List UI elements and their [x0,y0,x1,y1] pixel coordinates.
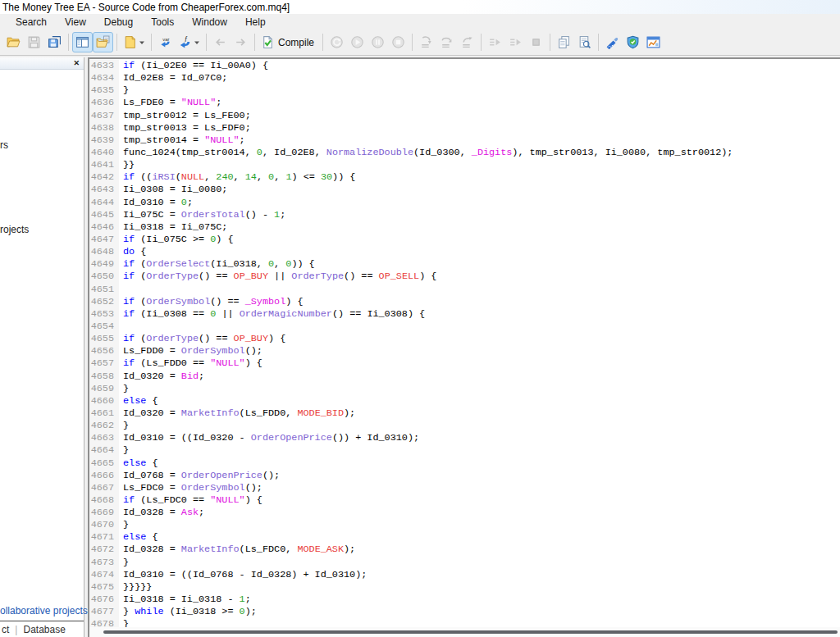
code-line[interactable]: 4663Id_0310 = ((Id_0320 - OrderOpenPrice… [89,432,840,444]
close-icon[interactable]: ✕ [73,58,80,68]
open-terminal-button[interactable] [643,32,664,52]
line-number: 4665 [89,457,119,470]
code-line[interactable]: 4670} [89,519,840,531]
tab-project[interactable]: ct [0,624,11,635]
code-line[interactable]: 4644Id_0310 = 0; [89,197,840,209]
step-into-button[interactable] [416,32,436,52]
code-line[interactable]: 4673} [89,557,840,569]
code-line[interactable]: 4668if (Ls_FDC0 == "NULL") { [89,494,840,507]
code-line[interactable]: 4655if (OrderType() == OP_BUY) { [89,333,840,345]
collaborative-projects-link[interactable]: ollaborative projects [0,605,88,617]
code-line[interactable]: 4662} [89,420,840,432]
code-line[interactable]: 4652if (OrderSymbol() == _Symbol) { [89,296,840,308]
save-all-button[interactable] [44,32,65,52]
code-line[interactable]: 4658Id_0320 = Bid; [89,371,840,383]
toggle-navigator-button[interactable] [72,32,93,52]
print-preview-button[interactable] [574,32,595,52]
run-to-cursor-button[interactable] [485,32,505,52]
horizontal-scrollbar-thumb[interactable] [103,630,838,634]
navigator-item-partial[interactable]: rs [0,139,8,151]
code-editor[interactable]: 4633if (Ii_02E0 == Ii_00A0) {4634Id_02E8… [88,57,840,637]
code-line[interactable]: 4674Id_0310 = ((Id_0768 - Id_0328) + Id_… [89,569,840,581]
code-line[interactable]: 4664} [89,444,840,457]
line-number: 4666 [89,470,119,482]
code-line[interactable]: 4638tmp_str0013 = Ls_FDF0; [89,122,840,134]
code-line[interactable]: 4675}}}}} [89,581,840,594]
code-line[interactable]: 4643Ii_0308 = Ii_0080; [89,184,840,196]
save-button[interactable] [24,32,44,52]
menu-item-window[interactable]: Window [183,16,236,29]
code-line[interactable]: 4642if ((iRSI(NULL, 240, 14, 0, 1) <= 30… [89,171,840,184]
compile-button[interactable]: Compile [258,32,319,52]
code-line[interactable]: 4647if (Ii_075C >= 0) { [89,234,840,246]
code-line[interactable]: 4637tmp_str0012 = Ls_FE00; [89,110,840,122]
code-line[interactable]: 4660else { [89,395,840,407]
continue-execution-button[interactable] [505,32,526,52]
code-line[interactable]: 4653if (Ii_0308 == 0 || OrderMagicNumber… [89,308,840,321]
new-file-button[interactable] [121,32,148,52]
line-number: 4667 [89,482,119,494]
code-line[interactable]: 4665else { [89,457,840,470]
debug-start-button[interactable] [347,32,368,52]
code-line[interactable]: 4648do { [89,246,840,258]
code-text: Id_0310 = ((Id_0768 - Id_0328) + Id_0310… [119,569,367,581]
code-text: if (OrderSymbol() == _Symbol) { [119,296,304,308]
debug-pause-button[interactable] [368,32,388,52]
debug-stop-button[interactable] [388,32,409,52]
menu-item-search[interactable]: Search [7,16,56,29]
code-line[interactable]: 4669Id_0328 = Ask; [89,507,840,519]
code-line[interactable]: 4641}} [89,159,840,171]
code-line[interactable]: 4649if (OrderSelect(Ii_0318, 0, 0)) { [89,258,840,271]
code-line[interactable]: 4646Ii_0318 = Ii_075C; [89,221,840,234]
code-text: }} [119,159,135,171]
styler-button[interactable] [602,32,623,52]
code-line[interactable]: 4640func_1024(tmp_str0014, 0, Id_02E8, N… [89,147,840,159]
toggle-var-bookmark-button[interactable]: var [155,32,176,52]
code-line[interactable]: 4645Ii_075C = OrdersTotal() - 1; [89,209,840,221]
code-line[interactable]: 4657if (Ls_FDD0 == "NULL") { [89,357,840,370]
menu-item-help[interactable]: Help [236,16,275,29]
code-line[interactable]: 4656Ls_FDD0 = OrderSymbol(); [89,345,840,357]
code-line[interactable]: 4635} [89,84,840,97]
menu-item-debug[interactable]: Debug [95,16,142,29]
new-note-icon [123,35,137,49]
open-file-button[interactable] [3,32,24,52]
code-line[interactable]: 4667Ls_FDC0 = OrderSymbol(); [89,482,840,494]
copy-button[interactable] [554,32,574,52]
horizontal-scrollbar[interactable] [89,627,840,637]
code-line[interactable]: 4651 [89,284,840,296]
line-number: 4654 [89,321,119,333]
menu-item-tools[interactable]: Tools [142,16,183,29]
tab-database[interactable]: Database [21,624,66,635]
navigate-back-button[interactable] [210,32,231,52]
code-line[interactable]: 4639tmp_str0014 = "NULL"; [89,134,840,147]
code-text: Ii_075C = OrdersTotal() - 1; [119,209,285,221]
toggle-breakpoint-button[interactable] [526,32,546,52]
code-line[interactable]: 4659} [89,383,840,395]
code-text: if (Ii_02E0 == Ii_00A0) { [119,60,268,72]
preview-icon [578,35,591,49]
code-line[interactable]: 4650if (OrderType() == OP_BUY || OrderTy… [89,271,840,283]
toggle-function-bookmark-button[interactable]: f [176,32,203,52]
code-line[interactable]: 4671else { [89,531,840,544]
debug-history-button[interactable] [326,32,347,52]
debug-pause-icon [371,35,385,49]
code-line[interactable]: 4672Id_0328 = MarketInfo(Ls_FDC0, MODE_A… [89,544,840,556]
panel-layout-icon [75,35,89,49]
toggle-folder-view-button[interactable] [93,32,113,52]
code-line[interactable]: 4677} while (Ii_0318 >= 0); [89,606,840,618]
navigator-item-projects[interactable]: rojects [0,224,29,235]
code-line[interactable]: 4654 [89,321,840,333]
code-line[interactable]: 4633if (Ii_02E0 == Ii_00A0) { [89,60,840,72]
code-line[interactable]: 4636Ls_FDE0 = "NULL"; [89,97,840,109]
step-over-button[interactable] [436,32,457,52]
step-out-button[interactable] [457,32,477,52]
code-line[interactable]: 4661Id_0320 = MarketInfo(Ls_FDD0, MODE_B… [89,407,840,420]
arrow-right-icon [234,35,248,49]
code-line[interactable]: 4634Id_02E8 = Id_07C0; [89,72,840,84]
navigate-forward-button[interactable] [231,32,251,52]
code-line[interactable]: 4666Id_0768 = OrderOpenPrice(); [89,470,840,482]
code-line[interactable]: 4676Ii_0318 = Ii_0318 - 1; [89,594,840,606]
menu-item-view[interactable]: View [56,16,95,29]
mql5-storage-button[interactable] [623,32,643,52]
